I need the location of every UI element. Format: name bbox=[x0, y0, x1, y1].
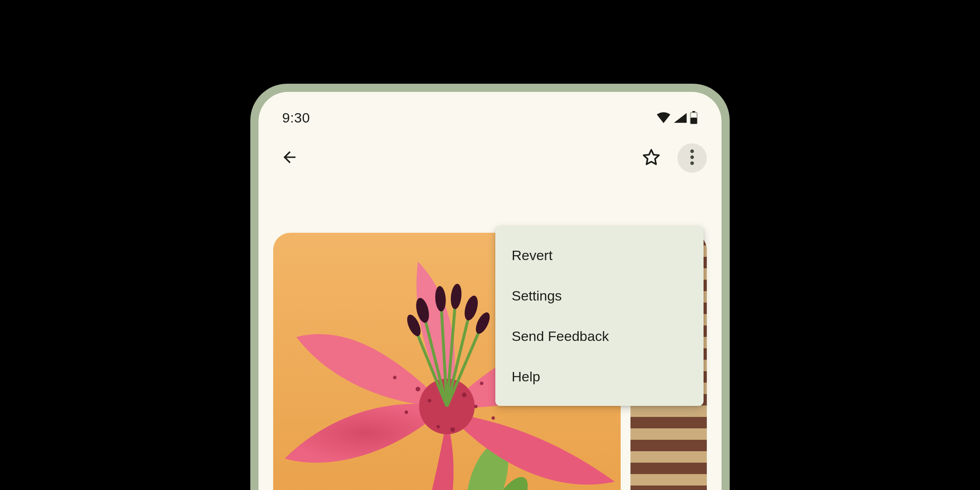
svg-point-24 bbox=[492, 416, 495, 420]
overflow-menu: Revert Settings Send Feedback Help bbox=[495, 226, 704, 406]
svg-point-23 bbox=[393, 376, 397, 379]
svg-point-22 bbox=[480, 381, 483, 385]
overflow-menu-button[interactable] bbox=[677, 143, 707, 173]
back-arrow-icon bbox=[281, 148, 298, 168]
phone-screen: 9:30 bbox=[258, 92, 722, 490]
svg-point-18 bbox=[474, 405, 478, 408]
phone-frame: 9:30 bbox=[250, 84, 730, 490]
svg-point-20 bbox=[437, 425, 440, 429]
favorite-button[interactable] bbox=[638, 145, 664, 171]
svg-point-21 bbox=[405, 410, 408, 414]
menu-item-help[interactable]: Help bbox=[495, 356, 704, 397]
svg-point-19 bbox=[450, 427, 455, 432]
svg-point-5 bbox=[690, 161, 694, 165]
star-outline-icon bbox=[642, 148, 661, 168]
back-button[interactable] bbox=[276, 145, 303, 171]
status-icons bbox=[656, 111, 698, 124]
svg-point-11 bbox=[450, 283, 463, 310]
menu-item-settings[interactable]: Settings bbox=[495, 276, 704, 316]
svg-point-16 bbox=[428, 399, 432, 403]
svg-point-4 bbox=[690, 156, 694, 159]
svg-point-13 bbox=[473, 310, 492, 336]
svg-rect-2 bbox=[690, 118, 697, 124]
signal-icon bbox=[673, 112, 687, 123]
svg-point-12 bbox=[462, 294, 480, 322]
battery-icon bbox=[690, 111, 698, 124]
wifi-icon bbox=[656, 112, 671, 123]
menu-item-send-feedback[interactable]: Send Feedback bbox=[495, 316, 704, 356]
app-bar bbox=[258, 137, 722, 184]
more-vertical-icon bbox=[690, 149, 694, 167]
status-bar: 9:30 bbox=[258, 92, 722, 137]
svg-point-15 bbox=[416, 387, 420, 391]
svg-point-3 bbox=[690, 149, 694, 153]
menu-item-revert[interactable]: Revert bbox=[495, 235, 704, 276]
svg-point-17 bbox=[462, 392, 466, 397]
status-time: 9:30 bbox=[282, 110, 310, 126]
